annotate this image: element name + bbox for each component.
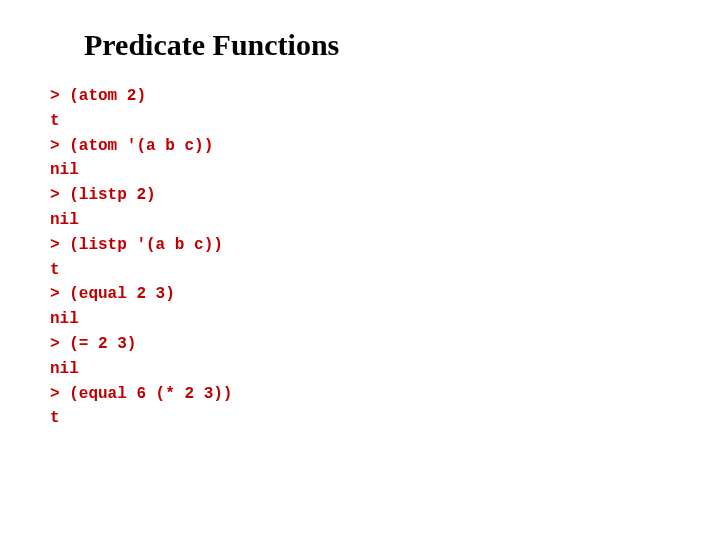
code-block: > (atom 2) t > (atom '(a b c)) nil > (li…: [50, 84, 670, 431]
code-line: > (equal 2 3): [50, 285, 175, 303]
slide: Predicate Functions > (atom 2) t > (atom…: [0, 0, 720, 540]
code-line: > (atom '(a b c)): [50, 137, 213, 155]
code-line: t: [50, 112, 60, 130]
code-line: t: [50, 409, 60, 427]
code-line: > (= 2 3): [50, 335, 136, 353]
code-line: nil: [50, 211, 79, 229]
code-line: > (equal 6 (* 2 3)): [50, 385, 232, 403]
code-line: nil: [50, 310, 79, 328]
code-line: > (listp '(a b c)): [50, 236, 223, 254]
code-line: t: [50, 261, 60, 279]
page-title: Predicate Functions: [84, 28, 670, 62]
code-line: > (listp 2): [50, 186, 156, 204]
code-line: > (atom 2): [50, 87, 146, 105]
code-line: nil: [50, 360, 79, 378]
code-line: nil: [50, 161, 79, 179]
